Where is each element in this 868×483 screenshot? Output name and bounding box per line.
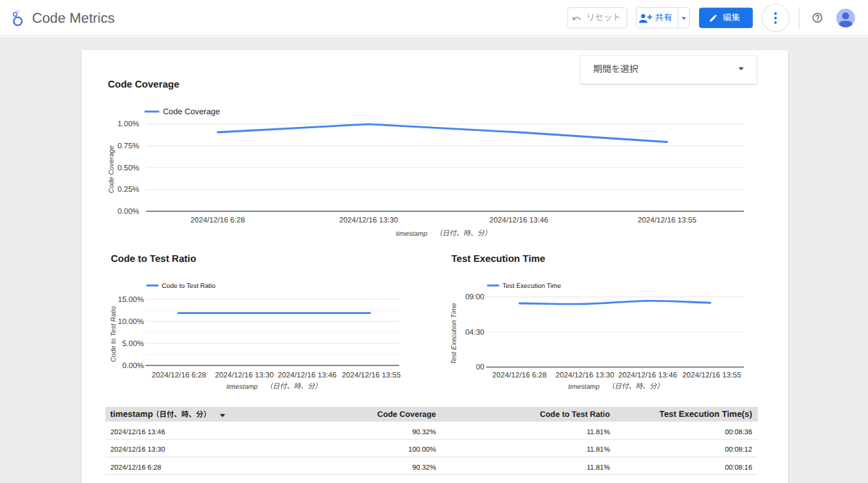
svg-text:timestamp: timestamp	[568, 383, 600, 391]
svg-text:2024/12/16 13:55: 2024/12/16 13:55	[682, 371, 741, 379]
svg-text:Test Execution Time: Test Execution Time	[503, 283, 562, 290]
svg-text:00:08:12: 00:08:12	[725, 446, 752, 454]
svg-text:timestamp: timestamp	[226, 383, 258, 391]
svg-text:Code to Test Ratio: Code to Test Ratio	[111, 254, 196, 265]
svg-text:0.00%: 0.00%	[122, 362, 144, 370]
svg-text:Code to Test Ratio: Code to Test Ratio	[110, 306, 118, 362]
svg-text:2024/12/16 6:28: 2024/12/16 6:28	[492, 371, 547, 379]
svg-text:Code Coverage: Code Coverage	[108, 79, 180, 90]
svg-text:2024/12/16 6:28: 2024/12/16 6:28	[152, 371, 206, 379]
svg-text:2024/12/16 6:28: 2024/12/16 6:28	[190, 216, 245, 224]
svg-text:Code Coverage: Code Coverage	[377, 410, 436, 419]
svg-text:0.25%: 0.25%	[118, 186, 140, 194]
svg-text:Code Coverage: Code Coverage	[163, 107, 220, 116]
svg-text:2024/12/16 13:30: 2024/12/16 13:30	[215, 371, 274, 379]
svg-text:90.32%: 90.32%	[412, 464, 436, 472]
svg-text:2024/12/16 6:28: 2024/12/16 6:28	[111, 464, 162, 472]
svg-text:Code to Test Ratio: Code to Test Ratio	[539, 410, 610, 419]
svg-text:2024/12/16 13:30: 2024/12/16 13:30	[556, 371, 614, 379]
svg-text:Code to Test Ratio: Code to Test Ratio	[162, 283, 216, 290]
svg-text:2024/12/16 13:30: 2024/12/16 13:30	[111, 446, 166, 454]
svg-text:Test Execution Time(s): Test Execution Time(s)	[660, 409, 752, 419]
svg-text:Test Execution Time: Test Execution Time	[451, 303, 458, 364]
svg-text:00:08:16: 00:08:16	[725, 464, 752, 472]
svg-text:11.81%: 11.81%	[587, 446, 610, 454]
svg-text:15.00%: 15.00%	[118, 296, 144, 304]
svg-text:1.00%: 1.00%	[118, 120, 140, 128]
svg-text:2024/12/16 13:46: 2024/12/16 13:46	[111, 428, 166, 436]
svg-text:00:08:36: 00:08:36	[725, 428, 752, 436]
svg-text:2024/12/16 13:30: 2024/12/16 13:30	[339, 216, 398, 224]
svg-text:11.81%: 11.81%	[587, 464, 610, 472]
svg-text:2024/12/16 13:55: 2024/12/16 13:55	[342, 371, 401, 379]
svg-text:Code Coverage: Code Coverage	[108, 145, 116, 193]
svg-text:00: 00	[476, 363, 485, 371]
svg-text:Test Execution Time: Test Execution Time	[451, 254, 546, 265]
svg-text:0.75%: 0.75%	[118, 142, 140, 150]
svg-text:Code Metrics: Code Metrics	[32, 11, 115, 26]
svg-text:90.32%: 90.32%	[412, 428, 436, 436]
svg-text:2024/12/16 13:46: 2024/12/16 13:46	[278, 371, 337, 379]
svg-text:timestamp: timestamp	[110, 409, 153, 419]
svg-text:timestamp: timestamp	[396, 230, 427, 238]
svg-text:2024/12/16 13:55: 2024/12/16 13:55	[638, 216, 696, 224]
svg-text:0.50%: 0.50%	[118, 164, 140, 172]
svg-text:04:30: 04:30	[465, 329, 485, 337]
svg-text:10.00%: 10.00%	[118, 318, 144, 326]
svg-text:09:00: 09:00	[465, 293, 485, 301]
svg-text:2024/12/16 13:46: 2024/12/16 13:46	[618, 371, 677, 379]
svg-text:5.00%: 5.00%	[122, 340, 144, 348]
svg-text:0.00%: 0.00%	[118, 208, 140, 216]
svg-text:11.81%: 11.81%	[587, 428, 610, 436]
svg-text:100.00%: 100.00%	[409, 446, 436, 454]
svg-text:2024/12/16 13:46: 2024/12/16 13:46	[489, 216, 548, 224]
